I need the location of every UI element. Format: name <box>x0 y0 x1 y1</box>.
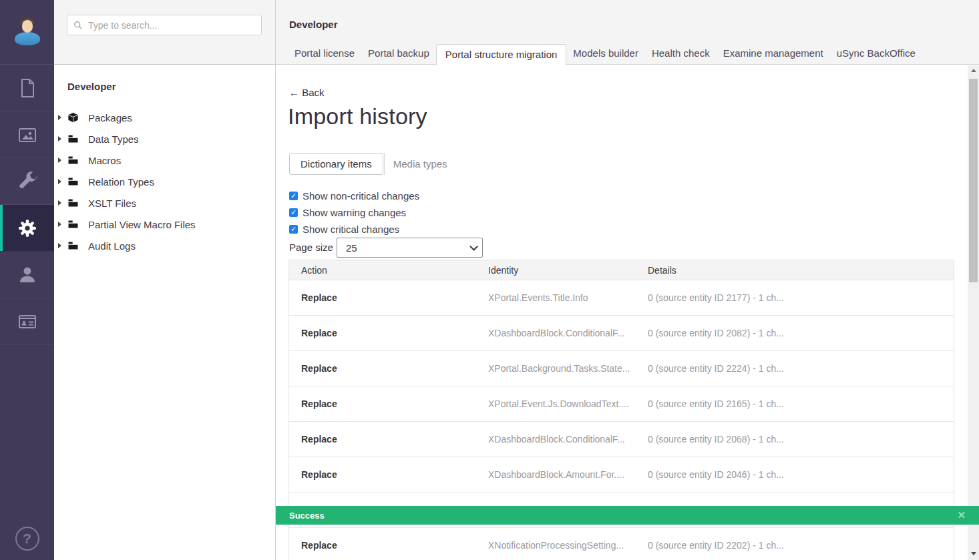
table-row[interactable]: Replace XPortal.Event.Js.DownloadText...… <box>289 386 954 422</box>
table-row[interactable]: Replace XNotificationProcessingSetting..… <box>289 528 954 560</box>
rail-item-members[interactable] <box>0 298 54 345</box>
search-input[interactable] <box>88 20 255 31</box>
rail-item-content[interactable] <box>0 65 54 111</box>
expand-caret-icon[interactable] <box>58 243 61 248</box>
column-header-action: Action <box>289 265 476 276</box>
help-icon: ? <box>15 527 39 551</box>
wrench-icon <box>17 171 38 192</box>
back-link[interactable]: ← Back <box>289 87 325 98</box>
tab-portal-backup[interactable]: Portal backup <box>361 47 436 65</box>
table-row[interactable]: Replace XDashboardBlock.ConditionalF... … <box>289 316 954 351</box>
page-size-control: Page size 25 <box>289 238 483 258</box>
package-icon <box>67 112 79 123</box>
table-row[interactable]: Replace XDashboardBlock.Amount.For.... 0… <box>289 457 954 493</box>
filter-warning[interactable]: ✓ Show warning changes <box>289 204 419 221</box>
expand-caret-icon[interactable] <box>58 136 61 142</box>
vertical-scrollbar[interactable] <box>968 65 979 560</box>
content-area: Developer Portal license Portal backup P… <box>276 0 979 560</box>
tab-dictionary-items[interactable]: Dictionary items <box>289 153 383 175</box>
folder-icon <box>67 198 79 208</box>
id-card-icon <box>17 311 38 332</box>
tab-examine-management[interactable]: Examine management <box>717 47 830 65</box>
table-row[interactable]: Replace XPortal.Events.Title.Info 0 (sou… <box>289 280 954 316</box>
tab-portal-structure-migration[interactable]: Portal structure migration <box>436 44 567 65</box>
content-header: Developer Portal license Portal backup P… <box>276 0 979 65</box>
tree-item-data-types[interactable]: Data Types <box>54 128 275 150</box>
app-rail: ? <box>0 0 54 560</box>
user-avatar[interactable] <box>0 0 54 65</box>
table-row[interactable]: Replace XDashboardBlock.ConditionalF... … <box>289 422 954 457</box>
checkbox-checked-icon[interactable]: ✓ <box>289 192 298 200</box>
back-arrow-icon: ← <box>289 87 299 98</box>
expand-caret-icon[interactable] <box>58 158 61 163</box>
checkbox-checked-icon[interactable]: ✓ <box>289 208 298 217</box>
search-icon <box>73 21 83 30</box>
scroll-up-button[interactable] <box>968 65 979 75</box>
triangle-up-icon <box>971 69 976 72</box>
expand-caret-icon[interactable] <box>58 222 61 227</box>
scroll-down-button[interactable] <box>968 549 979 559</box>
tab-health-check[interactable]: Health check <box>645 47 717 65</box>
expand-caret-icon[interactable] <box>58 115 61 120</box>
checkbox-checked-icon[interactable]: ✓ <box>289 225 298 234</box>
rail-item-developer[interactable] <box>0 205 54 252</box>
tab-media-types[interactable]: Media types <box>384 153 456 175</box>
rail-item-settings[interactable] <box>0 158 54 205</box>
tree-item-partial-view-macro-files[interactable]: Partial View Macro Files <box>54 214 275 235</box>
table-header-row: Action Identity Details <box>289 260 954 280</box>
help-button[interactable]: ? <box>0 527 54 551</box>
tree-item-audit-logs[interactable]: Audit Logs <box>54 235 275 256</box>
avatar-icon <box>13 17 42 47</box>
tree-item-macros[interactable]: Macros <box>54 150 275 171</box>
scrollbar-thumb[interactable] <box>969 79 978 282</box>
column-header-identity: Identity <box>476 265 636 276</box>
tab-usync-backoffice[interactable]: uSync BackOffice <box>830 47 922 65</box>
import-type-tabs: Dictionary items Media types <box>289 153 456 175</box>
expand-caret-icon[interactable] <box>58 179 61 184</box>
expand-caret-icon[interactable] <box>58 200 61 206</box>
tree-item-packages[interactable]: Packages <box>54 107 275 128</box>
image-icon <box>17 124 38 146</box>
folder-icon <box>67 155 79 166</box>
filter-non-critical[interactable]: ✓ Show non-critical changes <box>289 188 419 204</box>
dashboard-tabs: Portal license Portal backup Portal stru… <box>288 44 922 65</box>
table-row[interactable]: Replace XPortal.Background.Tasks.State..… <box>289 351 954 386</box>
filter-checkboxes: ✓ Show non-critical changes ✓ Show warni… <box>289 188 419 238</box>
triangle-down-icon <box>971 552 976 555</box>
toast-message: Success <box>289 511 325 521</box>
tree-panel: Developer Packages Data Types Macros <box>54 0 276 560</box>
folder-icon <box>67 219 79 230</box>
filter-critical[interactable]: ✓ Show critical changes <box>289 221 419 238</box>
gear-icon <box>17 218 38 239</box>
tab-portal-license[interactable]: Portal license <box>288 47 361 65</box>
tab-models-builder[interactable]: Models builder <box>566 47 645 65</box>
search-box[interactable] <box>67 15 262 35</box>
chevron-down-icon <box>469 242 478 251</box>
folder-icon <box>67 240 79 251</box>
rail-item-users[interactable] <box>0 252 54 298</box>
folder-icon <box>67 133 79 144</box>
folder-icon <box>67 176 79 187</box>
page-size-label: Page size <box>289 242 333 253</box>
tree-search-header <box>54 0 275 65</box>
tree-section-title: Developer <box>67 81 275 92</box>
tree-list: Packages Data Types Macros Relation Type… <box>54 107 275 256</box>
section-title: Developer <box>289 19 338 30</box>
column-header-details: Details <box>636 265 954 276</box>
user-icon <box>17 264 38 286</box>
success-toast: Success ✕ <box>276 506 979 525</box>
tree-item-relation-types[interactable]: Relation Types <box>54 171 275 192</box>
document-icon <box>17 77 38 99</box>
page-title: Import history <box>288 103 427 129</box>
rail-item-media[interactable] <box>0 111 54 158</box>
tree-item-xslt-files[interactable]: XSLT Files <box>54 192 275 214</box>
page-size-select[interactable]: 25 <box>337 238 483 258</box>
close-icon[interactable]: ✕ <box>957 509 966 521</box>
